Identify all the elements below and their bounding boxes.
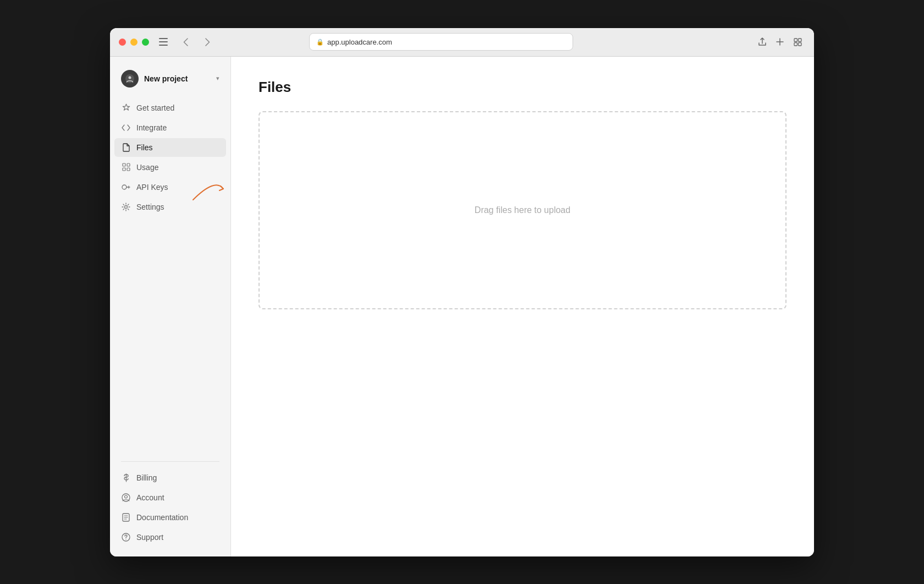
sidebar-divider (121, 461, 219, 462)
sidebar-item-account[interactable]: Account (114, 488, 226, 507)
svg-rect-1 (159, 41, 168, 42)
svg-rect-12 (127, 168, 130, 171)
sidebar-item-support-label: Support (136, 533, 163, 542)
gear-icon (121, 202, 131, 212)
browser-actions (755, 34, 805, 50)
sidebar-item-integrate-label: Integrate (136, 123, 167, 132)
project-chevron-icon: ▾ (216, 75, 219, 82)
svg-rect-10 (127, 163, 130, 166)
maximize-button[interactable] (142, 39, 149, 46)
traffic-lights (119, 39, 149, 46)
key-icon (121, 182, 131, 192)
project-name: New project (144, 74, 211, 83)
sidebar-bottom: Billing Account (110, 468, 230, 548)
main-content: Files Drag files here to upload (231, 57, 814, 556)
upload-zone-text: Drag files here to upload (475, 205, 570, 215)
sidebar-item-integrate[interactable]: Integrate (114, 118, 226, 137)
sidebar-item-settings[interactable]: Settings (114, 198, 226, 216)
browser-chrome: 🔒 app.uploadcare.com (110, 28, 814, 57)
sidebar-item-get-started-label: Get started (136, 103, 174, 112)
svg-rect-5 (794, 42, 798, 46)
svg-rect-0 (159, 38, 168, 39)
upload-zone[interactable]: Drag files here to upload (258, 111, 787, 309)
sidebar-item-get-started[interactable]: Get started (114, 99, 226, 117)
svg-rect-4 (798, 39, 801, 42)
browser-window: 🔒 app.uploadcare.com (110, 28, 814, 556)
svg-point-19 (125, 538, 126, 539)
sidebar-item-billing[interactable]: Billing (114, 468, 226, 487)
svg-point-8 (129, 76, 131, 79)
sidebar-item-account-label: Account (136, 493, 164, 502)
sidebar-item-billing-label: Billing (136, 473, 157, 482)
tabs-button[interactable] (790, 34, 805, 50)
sidebar-item-documentation[interactable]: Documentation (114, 508, 226, 527)
sidebar-item-api-keys[interactable]: API Keys (114, 178, 226, 197)
grid-icon (121, 162, 131, 172)
sidebar-item-files-label: Files (136, 143, 153, 152)
svg-rect-9 (123, 163, 125, 166)
nav-section: Get started Integrate (110, 99, 230, 455)
svg-rect-6 (798, 42, 801, 46)
forward-button[interactable] (200, 34, 215, 50)
sidebar-item-support[interactable]: Support (114, 528, 226, 547)
star-icon (121, 103, 131, 113)
book-icon (121, 512, 131, 522)
lock-icon: 🔒 (316, 39, 324, 46)
file-icon (121, 143, 131, 152)
app-layout: New project ▾ Get started (110, 57, 814, 556)
svg-rect-2 (159, 45, 168, 46)
sidebar: New project ▾ Get started (110, 57, 231, 556)
project-header[interactable]: New project ▾ (110, 66, 230, 99)
close-button[interactable] (119, 39, 126, 46)
sidebar-item-settings-label: Settings (136, 203, 164, 211)
sidebar-item-files[interactable]: Files (114, 138, 226, 157)
minimize-button[interactable] (130, 39, 138, 46)
svg-rect-3 (794, 39, 798, 42)
sidebar-item-documentation-label: Documentation (136, 513, 188, 522)
sidebar-item-usage[interactable]: Usage (114, 158, 226, 177)
address-bar[interactable]: 🔒 app.uploadcare.com (309, 33, 573, 51)
back-button[interactable] (178, 34, 193, 50)
sidebar-item-usage-label: Usage (136, 163, 158, 172)
svg-point-13 (122, 185, 127, 189)
page-title: Files (258, 79, 787, 96)
svg-rect-11 (123, 168, 125, 171)
svg-point-14 (125, 205, 128, 208)
sidebar-toggle-button[interactable] (156, 34, 171, 50)
project-avatar (121, 70, 139, 88)
new-tab-button[interactable] (772, 34, 788, 50)
url-text: app.uploadcare.com (327, 38, 392, 46)
sidebar-item-api-keys-label: API Keys (136, 183, 168, 192)
svg-point-16 (125, 495, 128, 498)
dollar-icon (121, 473, 131, 483)
code-icon (121, 123, 131, 133)
question-circle-icon (121, 532, 131, 542)
share-button[interactable] (755, 34, 770, 50)
user-circle-icon (121, 493, 131, 503)
